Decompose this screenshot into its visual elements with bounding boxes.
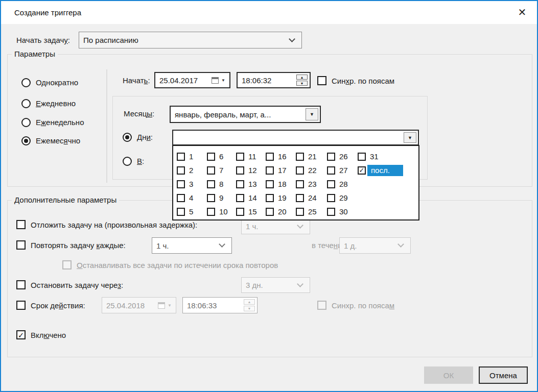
- day-checkbox[interactable]: [207, 180, 215, 188]
- day-option[interactable]: 18: [266, 177, 296, 191]
- months-select[interactable]: январь, февраль, март, а... ▼: [170, 106, 321, 123]
- start-time-spinner[interactable]: 18:06:32 ▲ ▼: [237, 72, 311, 88]
- day-option[interactable]: 16: [266, 150, 296, 163]
- day-option[interactable]: 9: [207, 191, 236, 205]
- day-label: 25: [308, 207, 317, 216]
- radio-once[interactable]: [21, 78, 31, 87]
- day-option[interactable]: 5: [177, 205, 207, 218]
- day-option[interactable]: 27: [327, 163, 358, 177]
- day-option[interactable]: 1: [177, 150, 207, 163]
- day-checkbox[interactable]: [266, 153, 274, 161]
- day-checkbox[interactable]: ✓: [358, 166, 366, 175]
- sync-timezone-checkbox[interactable]: [317, 76, 326, 85]
- days-select[interactable]: ▼: [172, 130, 419, 145]
- radio-monthly[interactable]: [21, 136, 31, 145]
- day-option[interactable]: 2: [177, 163, 207, 177]
- day-option[interactable]: 26: [327, 150, 358, 163]
- day-checkbox[interactable]: [236, 180, 244, 188]
- stop-after-checkbox[interactable]: [16, 280, 26, 289]
- day-checkbox[interactable]: [236, 208, 244, 216]
- day-checkbox[interactable]: [296, 153, 304, 161]
- day-checkbox[interactable]: [327, 166, 335, 175]
- begin-task-value: По расписанию: [83, 32, 138, 48]
- day-option[interactable]: 22: [296, 163, 327, 177]
- day-option[interactable]: 25: [296, 205, 327, 218]
- day-checkbox[interactable]: [266, 208, 274, 216]
- day-option[interactable]: 17: [266, 163, 296, 177]
- day-checkbox[interactable]: [177, 166, 185, 175]
- day-option[interactable]: 20: [266, 205, 296, 218]
- day-checkbox[interactable]: [266, 180, 274, 188]
- start-date-picker[interactable]: 25.04.2017 ▼: [154, 72, 230, 88]
- radio-weeks[interactable]: [123, 157, 132, 166]
- day-option[interactable]: 21: [296, 150, 327, 163]
- day-checkbox[interactable]: [266, 166, 274, 175]
- day-option[interactable]: 19: [266, 191, 296, 205]
- day-option[interactable]: 29: [327, 191, 358, 205]
- day-checkbox[interactable]: [207, 208, 215, 216]
- dropdown-arrow-icon[interactable]: ▼: [221, 78, 225, 83]
- day-checkbox[interactable]: [177, 194, 185, 202]
- day-checkbox[interactable]: [296, 208, 304, 216]
- radio-once-label: Однократно: [36, 78, 78, 87]
- day-checkbox[interactable]: [236, 166, 244, 175]
- day-option[interactable]: 31: [358, 150, 403, 163]
- day-checkbox[interactable]: [327, 194, 335, 202]
- day-option[interactable]: 12: [236, 163, 266, 177]
- day-checkbox[interactable]: [207, 166, 215, 175]
- day-option[interactable]: 24: [296, 191, 327, 205]
- day-option[interactable]: 10: [207, 205, 236, 218]
- radio-weekly[interactable]: [21, 118, 31, 127]
- expire-checkbox[interactable]: [16, 301, 26, 310]
- day-option[interactable]: 13: [236, 177, 266, 191]
- day-checkbox[interactable]: [327, 180, 335, 188]
- dropdown-button[interactable]: ▼: [404, 132, 416, 143]
- day-option[interactable]: 28: [327, 177, 358, 191]
- day-checkbox[interactable]: [296, 194, 304, 202]
- begin-task-select[interactable]: По расписанию: [79, 32, 302, 48]
- sync-timezone-label: Синхр. по поясам: [332, 77, 394, 85]
- radio-monthly-label: Ежемесячно: [36, 136, 80, 145]
- radio-daily[interactable]: [21, 99, 31, 108]
- day-checkbox[interactable]: [177, 153, 185, 161]
- day-checkbox[interactable]: [358, 153, 366, 161]
- day-option[interactable]: 30: [327, 205, 358, 218]
- day-option[interactable]: 11: [236, 150, 266, 163]
- day-label: 7: [219, 166, 223, 175]
- repeat-checkbox[interactable]: [16, 240, 26, 250]
- day-label: 10: [219, 207, 228, 216]
- radio-daily-label: Ежедневно: [36, 99, 76, 108]
- day-checkbox[interactable]: [327, 208, 335, 216]
- day-checkbox[interactable]: [207, 194, 215, 202]
- day-option[interactable]: 14: [236, 191, 266, 205]
- day-checkbox[interactable]: [296, 180, 304, 188]
- day-checkbox[interactable]: [296, 166, 304, 175]
- day-option[interactable]: 23: [296, 177, 327, 191]
- day-checkbox[interactable]: [236, 194, 244, 202]
- repeat-interval-select[interactable]: 1 ч.: [152, 237, 232, 254]
- dropdown-button[interactable]: ▼: [306, 108, 318, 120]
- day-option[interactable]: 8: [207, 177, 236, 191]
- day-label: 14: [248, 193, 257, 202]
- day-option[interactable]: 4: [177, 191, 207, 205]
- day-option[interactable]: 3: [177, 177, 207, 191]
- spinner-up-icon[interactable]: ▲: [296, 75, 308, 80]
- day-label: 24: [308, 193, 317, 202]
- day-option[interactable]: ✓посл.: [358, 163, 403, 177]
- day-checkbox[interactable]: [327, 153, 335, 161]
- day-checkbox[interactable]: [266, 194, 274, 202]
- radio-days[interactable]: [123, 133, 132, 142]
- close-icon[interactable]: ✕: [514, 5, 530, 19]
- enabled-checkbox[interactable]: [16, 330, 26, 339]
- day-checkbox[interactable]: [207, 153, 215, 161]
- day-option[interactable]: 7: [207, 163, 236, 177]
- day-checkbox[interactable]: [177, 208, 185, 216]
- day-option[interactable]: 6: [207, 150, 236, 163]
- spinner-down-icon[interactable]: ▼: [296, 81, 308, 86]
- delay-checkbox[interactable]: [16, 220, 26, 229]
- day-option[interactable]: 15: [236, 205, 266, 218]
- cancel-button[interactable]: Отмена: [479, 366, 528, 384]
- day-checkbox[interactable]: [177, 180, 185, 188]
- repeat-label: Повторять задачу каждые:: [31, 241, 126, 250]
- day-checkbox[interactable]: [236, 153, 244, 161]
